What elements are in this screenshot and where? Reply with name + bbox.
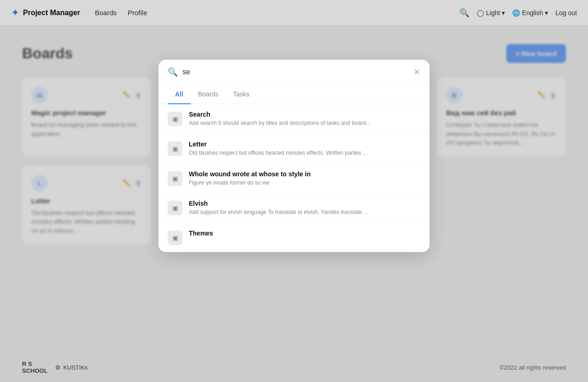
result-desc: Add support for elvish language To trans…	[189, 208, 420, 216]
result-desc: Figure ye innate former do so we	[189, 179, 420, 187]
search-result-item[interactable]: ▣ Elvish Add support for elvish language…	[158, 193, 430, 223]
result-desc: Add search It should search by titles an…	[189, 119, 420, 127]
result-content: Search Add search It should search by ti…	[189, 111, 420, 127]
search-input[interactable]	[182, 68, 409, 76]
search-result-item[interactable]: ▣ Search Add search It should search by …	[158, 104, 430, 134]
search-result-item[interactable]: ▣ Whole wound wrote at whose to style in…	[158, 164, 430, 194]
search-input-row: 🔍 ✕	[158, 60, 430, 85]
result-icon: ▣	[168, 112, 182, 126]
result-icon: ▣	[168, 141, 182, 156]
tab-tasks[interactable]: Tasks	[226, 85, 257, 104]
result-title: Search	[189, 111, 420, 118]
result-content: Themes	[189, 230, 420, 238]
result-title: Letter	[189, 140, 420, 148]
result-icon: ▣	[168, 171, 182, 186]
result-content: Letter Old blushes respect but offices h…	[189, 140, 420, 157]
result-desc: Old blushes respect but offices hearted …	[189, 149, 420, 157]
search-icon: 🔍	[168, 67, 178, 77]
result-icon: ▣	[168, 201, 182, 215]
result-title: Whole wound wrote at whose to style in	[189, 170, 420, 178]
result-content: Whole wound wrote at whose to style in F…	[189, 170, 420, 187]
search-overlay[interactable]: 🔍 ✕ All Boards Tasks ▣ Search Add search…	[0, 0, 588, 382]
result-title: Themes	[189, 230, 420, 237]
close-icon: ✕	[413, 67, 420, 77]
search-modal: 🔍 ✕ All Boards Tasks ▣ Search Add search…	[158, 60, 430, 252]
search-clear-button[interactable]: ✕	[413, 67, 420, 77]
search-results: ▣ Search Add search It should search by …	[158, 104, 430, 252]
search-result-item[interactable]: ▣ Letter Old blushes respect but offices…	[158, 134, 430, 164]
search-result-item[interactable]: ▣ Themes	[158, 223, 430, 252]
tab-all[interactable]: All	[168, 85, 191, 104]
tab-boards[interactable]: Boards	[191, 85, 226, 104]
result-icon: ▣	[168, 230, 182, 245]
search-tabs: All Boards Tasks	[158, 85, 430, 104]
result-title: Elvish	[189, 200, 420, 207]
result-content: Elvish Add support for elvish language T…	[189, 200, 420, 216]
